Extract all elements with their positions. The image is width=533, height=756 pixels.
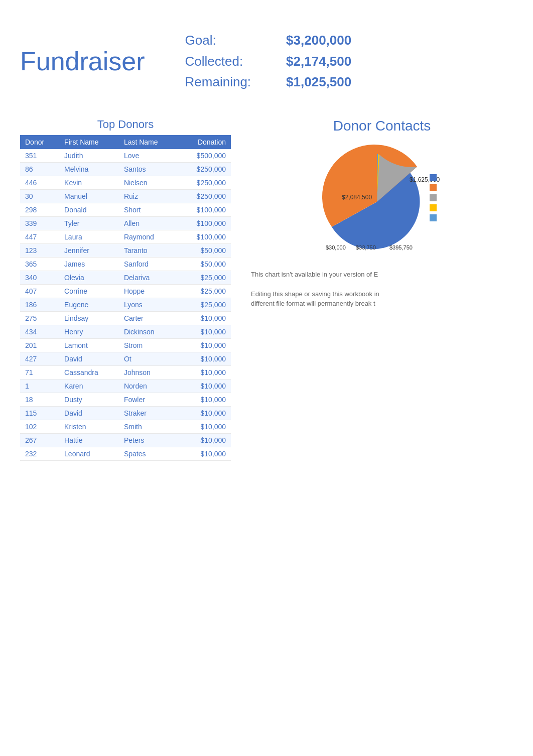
- cell-lastname: Johnson: [119, 365, 178, 379]
- cell-donor: 1: [20, 379, 59, 393]
- legend-color-5: [430, 214, 437, 221]
- cell-donation: $10,000: [178, 352, 231, 365]
- cell-firstname: Hattie: [59, 433, 119, 447]
- cell-lastname: Spates: [119, 447, 178, 460]
- col-lastname: Last Name: [119, 135, 178, 149]
- cell-firstname: Tyler: [59, 216, 119, 230]
- cell-donation: $10,000: [178, 338, 231, 352]
- legend-color-2: [430, 184, 437, 191]
- cell-firstname: Cassandra: [59, 365, 119, 379]
- cell-donor: 447: [20, 230, 59, 243]
- table-row: 427 David Ot $10,000: [20, 352, 231, 365]
- col-donation: Donation: [178, 135, 231, 149]
- cell-lastname: Dickinson: [119, 325, 178, 338]
- cell-donation: $250,000: [178, 189, 231, 203]
- cell-firstname: James: [59, 257, 119, 271]
- cell-donation: $10,000: [178, 365, 231, 379]
- stats-labels: Goal: Collected: Remaining:: [185, 30, 251, 93]
- cell-lastname: Straker: [119, 406, 178, 420]
- chart-label-1: $2,084,500: [342, 194, 372, 201]
- cell-lastname: Love: [119, 149, 178, 163]
- cell-donation: $500,000: [178, 149, 231, 163]
- cell-donor: 18: [20, 393, 59, 406]
- cell-donation: $10,000: [178, 393, 231, 406]
- cell-donation: $10,000: [178, 420, 231, 433]
- cell-lastname: Taranto: [119, 243, 178, 257]
- cell-firstname: Eugene: [59, 298, 119, 311]
- table-row: 123 Jennifer Taranto $50,000: [20, 243, 231, 257]
- cell-lastname: Allen: [119, 216, 178, 230]
- cell-donation: $10,000: [178, 447, 231, 460]
- cell-lastname: Peters: [119, 433, 178, 447]
- cell-donor: 427: [20, 352, 59, 365]
- chart-label-3: $395,750: [389, 244, 413, 250]
- table-row: 1 Karen Norden $10,000: [20, 379, 231, 393]
- cell-donation: $10,000: [178, 379, 231, 393]
- pie-chart: $2,084,500 $1,625,000 $395,750 $33,750 $…: [312, 144, 452, 260]
- cell-firstname: David: [59, 406, 119, 420]
- cell-donor: 86: [20, 162, 59, 176]
- cell-donor: 275: [20, 311, 59, 325]
- cell-firstname: David: [59, 352, 119, 365]
- cell-lastname: Ot: [119, 352, 178, 365]
- table-row: 201 Lamont Strom $10,000: [20, 338, 231, 352]
- header: Fundraiser Goal: Collected: Remaining: $…: [20, 20, 513, 103]
- cell-donation: $10,000: [178, 325, 231, 338]
- cell-lastname: Sanford: [119, 257, 178, 271]
- table-row: 267 Hattie Peters $10,000: [20, 433, 231, 447]
- table-row: 446 Kevin Nielsen $250,000: [20, 176, 231, 189]
- main-content: Top Donors Donor First Name Last Name Do…: [20, 118, 513, 461]
- legend-color-4: [430, 204, 437, 211]
- cell-donation: $100,000: [178, 216, 231, 230]
- collected-value: $2,174,500: [286, 51, 351, 72]
- table-row: 340 Olevia Delariva $25,000: [20, 271, 231, 284]
- cell-firstname: Henry: [59, 325, 119, 338]
- cell-lastname: Hoppe: [119, 284, 178, 298]
- cell-lastname: Smith: [119, 420, 178, 433]
- cell-donation: $10,000: [178, 311, 231, 325]
- cell-firstname: Melvina: [59, 162, 119, 176]
- table-row: 298 Donald Short $100,000: [20, 203, 231, 216]
- cell-donor: 102: [20, 420, 59, 433]
- cell-donation: $25,000: [178, 284, 231, 298]
- cell-firstname: Lamont: [59, 338, 119, 352]
- cell-firstname: Laura: [59, 230, 119, 243]
- cell-donor: 267: [20, 433, 59, 447]
- goal-label: Goal:: [185, 30, 251, 51]
- cell-firstname: Kristen: [59, 420, 119, 433]
- chart-label-5: $30,000: [326, 244, 346, 250]
- table-row: 339 Tyler Allen $100,000: [20, 216, 231, 230]
- cell-firstname: Judith: [59, 149, 119, 163]
- cell-donor: 123: [20, 243, 59, 257]
- cell-lastname: Santos: [119, 162, 178, 176]
- table-row: 115 David Straker $10,000: [20, 406, 231, 420]
- cell-donor: 340: [20, 271, 59, 284]
- legend-color-3: [430, 194, 437, 201]
- legend-color-1: [430, 174, 437, 181]
- cell-donor: 186: [20, 298, 59, 311]
- chart-note-line-1: This chart isn't available in your versi…: [251, 270, 513, 280]
- goal-value: $3,200,000: [286, 30, 351, 51]
- chart-label-4: $33,750: [356, 244, 376, 250]
- cell-firstname: Leonard: [59, 447, 119, 460]
- remaining-label: Remaining:: [185, 72, 251, 93]
- cell-donation: $25,000: [178, 298, 231, 311]
- table-section: Top Donors Donor First Name Last Name Do…: [20, 118, 231, 461]
- remaining-value: $1,025,500: [286, 72, 351, 93]
- cell-donor: 232: [20, 447, 59, 460]
- cell-donor: 446: [20, 176, 59, 189]
- table-header-row: Donor First Name Last Name Donation: [20, 135, 231, 149]
- table-row: 434 Henry Dickinson $10,000: [20, 325, 231, 338]
- cell-donor: 71: [20, 365, 59, 379]
- cell-donor: 407: [20, 284, 59, 298]
- cell-donation: $250,000: [178, 176, 231, 189]
- cell-donation: $100,000: [178, 230, 231, 243]
- cell-donor: 434: [20, 325, 59, 338]
- col-firstname: First Name: [59, 135, 119, 149]
- col-donor: Donor: [20, 135, 59, 149]
- chart-note-line-2: Editing this shape or saving this workbo…: [251, 289, 513, 299]
- cell-lastname: Nielsen: [119, 176, 178, 189]
- cell-donation: $10,000: [178, 433, 231, 447]
- right-section: Donor Contacts: [251, 118, 513, 461]
- cell-lastname: Ruiz: [119, 189, 178, 203]
